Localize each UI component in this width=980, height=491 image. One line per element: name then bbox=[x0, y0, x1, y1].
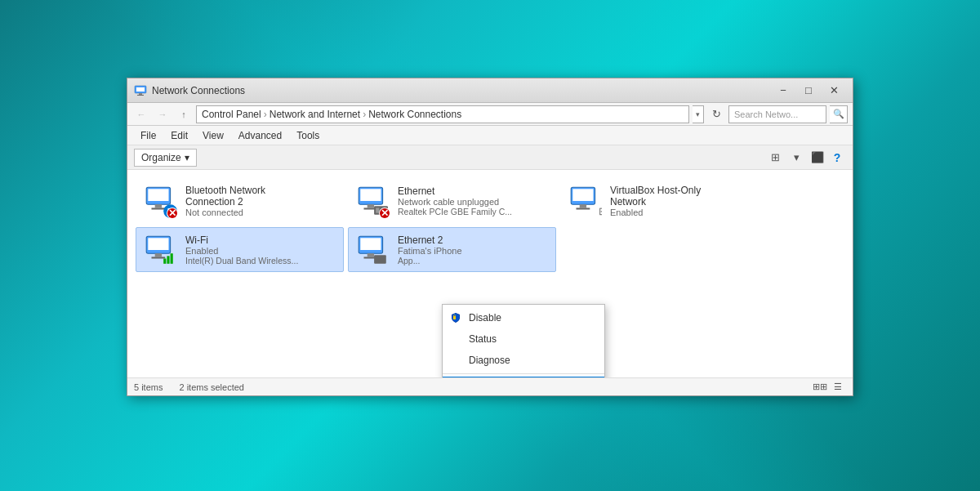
menu-bar: File Edit View Advanced Tools bbox=[127, 126, 853, 145]
ethernet2-status: Fatima's iPhone bbox=[398, 246, 549, 256]
net-item-ethernet2[interactable]: Ethernet 2 Fatima's iPhone App... bbox=[348, 227, 556, 272]
title-bar: Network Connections − □ ✕ bbox=[127, 78, 853, 103]
ctx-status[interactable]: Status bbox=[443, 328, 604, 350]
svg-rect-15 bbox=[368, 204, 374, 208]
selected-count: 2 items selected bbox=[179, 382, 243, 392]
item-count: 5 items bbox=[134, 382, 163, 392]
ctx-separator-1 bbox=[443, 373, 604, 374]
svg-rect-30 bbox=[152, 257, 166, 258]
ctx-disable-label: Disable bbox=[469, 312, 501, 324]
svg-rect-5 bbox=[148, 189, 168, 201]
search-placeholder: Search Netwo... bbox=[734, 109, 798, 119]
ethernet-name: Ethernet bbox=[398, 185, 549, 197]
refresh-button[interactable]: ↻ bbox=[707, 105, 725, 123]
shield-icon-disable bbox=[449, 311, 462, 324]
svg-text:✕: ✕ bbox=[381, 208, 389, 219]
virtualbox-name2: Network bbox=[610, 196, 761, 208]
svg-rect-23 bbox=[572, 189, 593, 201]
ctx-diagnose[interactable]: Diagnose bbox=[443, 350, 604, 371]
wifi-name: Wi-Fi bbox=[185, 234, 336, 246]
status-view-btn1[interactable]: ⊞⊞ bbox=[812, 380, 828, 395]
status-bar: 5 items 2 items selected ⊞⊞ ☰ bbox=[127, 377, 853, 395]
forward-button[interactable]: → bbox=[154, 105, 172, 123]
window-title: Network Connections bbox=[152, 85, 771, 96]
window-icon bbox=[134, 84, 147, 97]
ethernet2-name: Ethernet 2 bbox=[398, 234, 549, 246]
network-items-grid: B ✕ Bluetooth Network Connection 2 Not c… bbox=[136, 178, 844, 272]
svg-rect-7 bbox=[152, 208, 166, 209]
up-button[interactable]: ↑ bbox=[175, 105, 193, 123]
ethernet-error-badge: ✕ bbox=[378, 207, 391, 220]
organize-button[interactable]: Organize ▾ bbox=[134, 149, 197, 167]
svg-rect-29 bbox=[155, 253, 162, 257]
window-controls: − □ ✕ bbox=[771, 82, 846, 100]
svg-rect-35 bbox=[360, 238, 381, 250]
bluetooth-icon: B ✕ bbox=[143, 184, 177, 218]
svg-rect-33 bbox=[171, 253, 173, 264]
virtualbox-status: Enabled bbox=[610, 208, 761, 217]
minimize-button[interactable]: − bbox=[771, 82, 795, 100]
address-bar: ← → ↑ Control Panel › Network and Intern… bbox=[127, 103, 853, 126]
menu-advanced[interactable]: Advanced bbox=[232, 128, 288, 143]
organize-label: Organize bbox=[141, 152, 181, 163]
menu-view[interactable]: View bbox=[196, 128, 230, 143]
ethernet2-desc: App... bbox=[398, 256, 549, 266]
net-item-virtualbox[interactable]: ⊞ VirtualBox Host-Only Network Enabled bbox=[560, 178, 768, 223]
error-badge: ✕ bbox=[166, 207, 179, 220]
path-part-2: Network and Internet bbox=[270, 109, 360, 120]
ethernet-icon: ✕ bbox=[355, 184, 390, 218]
view-dropdown-button[interactable]: ▾ bbox=[786, 149, 807, 167]
svg-text:⊞: ⊞ bbox=[599, 205, 602, 216]
bluetooth-status: Not connected bbox=[185, 208, 336, 217]
net-item-bluetooth[interactable]: B ✕ Bluetooth Network Connection 2 Not c… bbox=[136, 178, 344, 223]
ethernet-info: Ethernet Network cable unplugged Realtek… bbox=[398, 185, 549, 216]
virtualbox-name: VirtualBox Host-Only bbox=[610, 185, 761, 196]
bluetooth-info: Bluetooth Network Connection 2 Not conne… bbox=[185, 185, 336, 217]
view-button[interactable]: ⊞ bbox=[764, 149, 786, 167]
svg-rect-24 bbox=[580, 204, 586, 208]
bluetooth-name2: Connection 2 bbox=[185, 196, 336, 208]
ctx-bridge[interactable]: Bridge Connections bbox=[443, 377, 604, 377]
ctx-status-label: Status bbox=[469, 333, 497, 345]
wifi-info: Wi-Fi Enabled Intel(R) Dual Band Wireles… bbox=[185, 234, 336, 266]
pane-button[interactable]: ⬛ bbox=[807, 149, 828, 167]
svg-rect-14 bbox=[360, 189, 381, 201]
svg-rect-2 bbox=[139, 93, 142, 95]
view-icon: ⊞ bbox=[771, 151, 780, 163]
address-dropdown[interactable]: ▾ bbox=[693, 105, 704, 123]
search-icon-button[interactable]: 🔍 bbox=[830, 105, 848, 123]
maximize-button[interactable]: □ bbox=[796, 82, 821, 100]
virtualbox-icon: ⊞ bbox=[568, 184, 602, 218]
path-part-3: Network Connections bbox=[368, 109, 461, 120]
svg-rect-6 bbox=[155, 204, 162, 208]
back-button[interactable]: ← bbox=[132, 105, 150, 123]
ethernet2-info: Ethernet 2 Fatima's iPhone App... bbox=[398, 234, 549, 266]
status-view-btn2[interactable]: ☰ bbox=[830, 380, 846, 395]
path-part-1: Control Panel bbox=[202, 109, 261, 120]
svg-rect-1 bbox=[136, 87, 145, 92]
svg-rect-36 bbox=[368, 253, 374, 257]
svg-rect-32 bbox=[167, 256, 169, 263]
svg-text:✕: ✕ bbox=[168, 208, 176, 219]
menu-file[interactable]: File bbox=[134, 128, 163, 143]
close-button[interactable]: ✕ bbox=[822, 82, 846, 100]
svg-rect-28 bbox=[148, 238, 168, 250]
ethernet2-icon bbox=[355, 233, 390, 267]
toolbar: Organize ▾ ⊞ ▾ ⬛ ? bbox=[127, 145, 853, 170]
net-item-wifi[interactable]: Wi-Fi Enabled Intel(R) Dual Band Wireles… bbox=[136, 227, 344, 272]
wifi-status: Enabled bbox=[185, 246, 336, 256]
svg-rect-25 bbox=[577, 208, 590, 209]
menu-edit[interactable]: Edit bbox=[164, 128, 194, 143]
bluetooth-name: Bluetooth Network bbox=[185, 185, 336, 196]
svg-rect-38 bbox=[374, 255, 386, 264]
ctx-disable[interactable]: Disable bbox=[443, 307, 604, 328]
virtualbox-info: VirtualBox Host-Only Network Enabled bbox=[610, 185, 761, 217]
address-path[interactable]: Control Panel › Network and Internet › N… bbox=[196, 105, 689, 123]
context-menu: Disable Status Diagnose Bridge Conn bbox=[442, 304, 605, 377]
help-button[interactable]: ? bbox=[828, 149, 846, 167]
net-item-ethernet[interactable]: ✕ Ethernet Network cable unplugged Realt… bbox=[348, 178, 556, 223]
status-bar-right: ⊞⊞ ☰ bbox=[812, 380, 846, 395]
menu-tools[interactable]: Tools bbox=[290, 128, 326, 143]
ethernet-status: Network cable unplugged bbox=[398, 197, 549, 207]
search-box[interactable]: Search Netwo... bbox=[728, 105, 826, 123]
